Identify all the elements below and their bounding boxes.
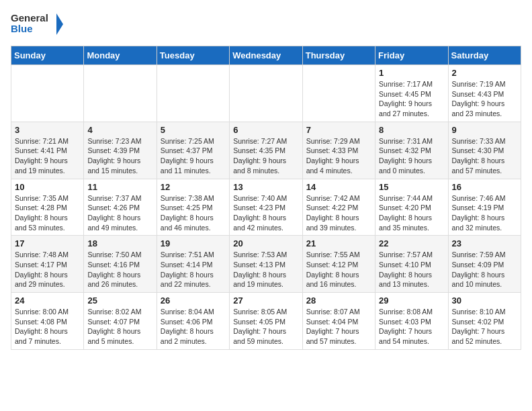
- day-detail: Sunrise: 7:33 AMSunset: 4:30 PMDaylight:…: [452, 136, 517, 176]
- calendar-cell: [230, 65, 302, 122]
- day-detail: Sunrise: 8:05 AMSunset: 4:05 PMDaylight:…: [233, 307, 298, 347]
- day-number: 9: [452, 125, 517, 135]
- calendar-cell: 16Sunrise: 7:46 AMSunset: 4:19 PMDayligh…: [448, 179, 521, 236]
- day-number: 4: [87, 125, 152, 135]
- calendar-cell: 8Sunrise: 7:31 AMSunset: 4:32 PMDaylight…: [375, 122, 448, 179]
- calendar-cell: [302, 65, 375, 122]
- day-detail: Sunrise: 7:37 AMSunset: 4:26 PMDaylight:…: [87, 193, 152, 233]
- day-number: 29: [379, 295, 444, 306]
- day-number: 8: [379, 125, 444, 135]
- day-detail: Sunrise: 7:27 AMSunset: 4:35 PMDaylight:…: [233, 136, 298, 176]
- day-detail: Sunrise: 7:48 AMSunset: 4:17 PMDaylight:…: [15, 250, 80, 289]
- day-detail: Sunrise: 7:50 AMSunset: 4:16 PMDaylight:…: [87, 250, 152, 289]
- day-number: 5: [161, 125, 226, 135]
- calendar-cell: 12Sunrise: 7:38 AMSunset: 4:25 PMDayligh…: [157, 179, 229, 236]
- day-detail: Sunrise: 7:59 AMSunset: 4:09 PMDaylight:…: [452, 250, 517, 289]
- calendar-cell: 13Sunrise: 7:40 AMSunset: 4:23 PMDayligh…: [230, 179, 302, 236]
- week-row-3: 10Sunrise: 7:35 AMSunset: 4:28 PMDayligh…: [11, 179, 521, 236]
- calendar-cell: 20Sunrise: 7:53 AMSunset: 4:13 PMDayligh…: [230, 236, 302, 293]
- calendar-cell: 22Sunrise: 7:57 AMSunset: 4:10 PMDayligh…: [375, 236, 448, 293]
- svg-text:Blue: Blue: [11, 23, 33, 34]
- weekday-header-row: SundayMondayTuesdayWednesdayThursdayFrid…: [11, 46, 521, 65]
- day-number: 13: [233, 182, 298, 192]
- day-detail: Sunrise: 8:07 AMSunset: 4:04 PMDaylight:…: [306, 307, 371, 347]
- weekday-header-wednesday: Wednesday: [230, 46, 302, 65]
- day-detail: Sunrise: 7:46 AMSunset: 4:19 PMDaylight:…: [452, 193, 517, 233]
- day-detail: Sunrise: 7:25 AMSunset: 4:37 PMDaylight:…: [161, 136, 226, 176]
- day-number: 25: [87, 295, 152, 306]
- day-detail: Sunrise: 7:42 AMSunset: 4:22 PMDaylight:…: [306, 193, 371, 233]
- calendar-cell: 26Sunrise: 8:04 AMSunset: 4:06 PMDayligh…: [157, 293, 229, 350]
- day-number: 23: [452, 238, 517, 248]
- calendar-cell: 11Sunrise: 7:37 AMSunset: 4:26 PMDayligh…: [84, 179, 157, 236]
- day-detail: Sunrise: 7:57 AMSunset: 4:10 PMDaylight:…: [379, 250, 444, 289]
- calendar-cell: 17Sunrise: 7:48 AMSunset: 4:17 PMDayligh…: [11, 236, 84, 293]
- day-detail: Sunrise: 7:29 AMSunset: 4:33 PMDaylight:…: [306, 136, 371, 176]
- calendar-cell: [11, 65, 84, 122]
- calendar-cell: 18Sunrise: 7:50 AMSunset: 4:16 PMDayligh…: [84, 236, 157, 293]
- day-number: 21: [306, 238, 371, 248]
- day-number: 11: [87, 182, 152, 192]
- day-number: 12: [161, 182, 226, 192]
- weekday-header-thursday: Thursday: [302, 46, 375, 65]
- calendar-cell: 28Sunrise: 8:07 AMSunset: 4:04 PMDayligh…: [302, 293, 375, 350]
- day-detail: Sunrise: 7:21 AMSunset: 4:41 PMDaylight:…: [15, 136, 80, 176]
- day-number: 27: [233, 295, 298, 306]
- day-detail: Sunrise: 7:19 AMSunset: 4:43 PMDaylight:…: [452, 79, 517, 119]
- day-number: 6: [233, 125, 298, 135]
- header: GeneralBlue: [11, 11, 521, 38]
- calendar-cell: 9Sunrise: 7:33 AMSunset: 4:30 PMDaylight…: [448, 122, 521, 179]
- day-number: 26: [161, 295, 226, 306]
- weekday-header-monday: Monday: [84, 46, 157, 65]
- day-detail: Sunrise: 7:40 AMSunset: 4:23 PMDaylight:…: [233, 193, 298, 233]
- week-row-5: 24Sunrise: 8:00 AMSunset: 4:08 PMDayligh…: [11, 293, 521, 350]
- calendar-cell: 21Sunrise: 7:55 AMSunset: 4:12 PMDayligh…: [302, 236, 375, 293]
- day-detail: Sunrise: 7:51 AMSunset: 4:14 PMDaylight:…: [161, 250, 226, 289]
- day-detail: Sunrise: 8:08 AMSunset: 4:03 PMDaylight:…: [379, 307, 444, 347]
- day-detail: Sunrise: 8:02 AMSunset: 4:07 PMDaylight:…: [87, 307, 152, 347]
- day-number: 22: [379, 238, 444, 248]
- calendar-cell: [157, 65, 229, 122]
- weekday-header-sunday: Sunday: [11, 46, 84, 65]
- calendar-cell: 14Sunrise: 7:42 AMSunset: 4:22 PMDayligh…: [302, 179, 375, 236]
- day-number: 20: [233, 238, 298, 248]
- week-row-1: 1Sunrise: 7:17 AMSunset: 4:45 PMDaylight…: [11, 65, 521, 122]
- calendar-cell: 19Sunrise: 7:51 AMSunset: 4:14 PMDayligh…: [157, 236, 229, 293]
- calendar-cell: 29Sunrise: 8:08 AMSunset: 4:03 PMDayligh…: [375, 293, 448, 350]
- calendar-cell: 7Sunrise: 7:29 AMSunset: 4:33 PMDaylight…: [302, 122, 375, 179]
- logo: GeneralBlue: [11, 11, 64, 38]
- day-detail: Sunrise: 7:35 AMSunset: 4:28 PMDaylight:…: [15, 193, 80, 233]
- day-number: 30: [452, 295, 517, 306]
- day-number: 7: [306, 125, 371, 135]
- day-detail: Sunrise: 7:44 AMSunset: 4:20 PMDaylight:…: [379, 193, 444, 233]
- calendar-cell: 10Sunrise: 7:35 AMSunset: 4:28 PMDayligh…: [11, 179, 84, 236]
- calendar-body: 1Sunrise: 7:17 AMSunset: 4:45 PMDaylight…: [11, 65, 521, 350]
- svg-text:General: General: [11, 12, 48, 24]
- calendar-cell: 15Sunrise: 7:44 AMSunset: 4:20 PMDayligh…: [375, 179, 448, 236]
- calendar-cell: 23Sunrise: 7:59 AMSunset: 4:09 PMDayligh…: [448, 236, 521, 293]
- svg-marker-2: [56, 13, 63, 35]
- calendar-cell: 27Sunrise: 8:05 AMSunset: 4:05 PMDayligh…: [230, 293, 302, 350]
- calendar-cell: 30Sunrise: 8:10 AMSunset: 4:02 PMDayligh…: [448, 293, 521, 350]
- day-number: 1: [379, 68, 444, 78]
- day-detail: Sunrise: 7:55 AMSunset: 4:12 PMDaylight:…: [306, 250, 371, 289]
- day-detail: Sunrise: 7:53 AMSunset: 4:13 PMDaylight:…: [233, 250, 298, 289]
- day-number: 14: [306, 182, 371, 192]
- calendar-cell: 24Sunrise: 8:00 AMSunset: 4:08 PMDayligh…: [11, 293, 84, 350]
- calendar-cell: 2Sunrise: 7:19 AMSunset: 4:43 PMDaylight…: [448, 65, 521, 122]
- day-detail: Sunrise: 7:31 AMSunset: 4:32 PMDaylight:…: [379, 136, 444, 176]
- week-row-4: 17Sunrise: 7:48 AMSunset: 4:17 PMDayligh…: [11, 236, 521, 293]
- calendar-cell: 3Sunrise: 7:21 AMSunset: 4:41 PMDaylight…: [11, 122, 84, 179]
- day-number: 2: [452, 68, 517, 78]
- day-number: 3: [15, 125, 80, 135]
- weekday-header-friday: Friday: [375, 46, 448, 65]
- calendar-cell: 6Sunrise: 7:27 AMSunset: 4:35 PMDaylight…: [230, 122, 302, 179]
- day-detail: Sunrise: 8:04 AMSunset: 4:06 PMDaylight:…: [161, 307, 226, 347]
- day-number: 19: [161, 238, 226, 248]
- day-number: 28: [306, 295, 371, 306]
- calendar-cell: 5Sunrise: 7:25 AMSunset: 4:37 PMDaylight…: [157, 122, 229, 179]
- calendar-cell: 1Sunrise: 7:17 AMSunset: 4:45 PMDaylight…: [375, 65, 448, 122]
- calendar-cell: 4Sunrise: 7:23 AMSunset: 4:39 PMDaylight…: [84, 122, 157, 179]
- day-detail: Sunrise: 7:23 AMSunset: 4:39 PMDaylight:…: [87, 136, 152, 176]
- day-number: 24: [15, 295, 80, 306]
